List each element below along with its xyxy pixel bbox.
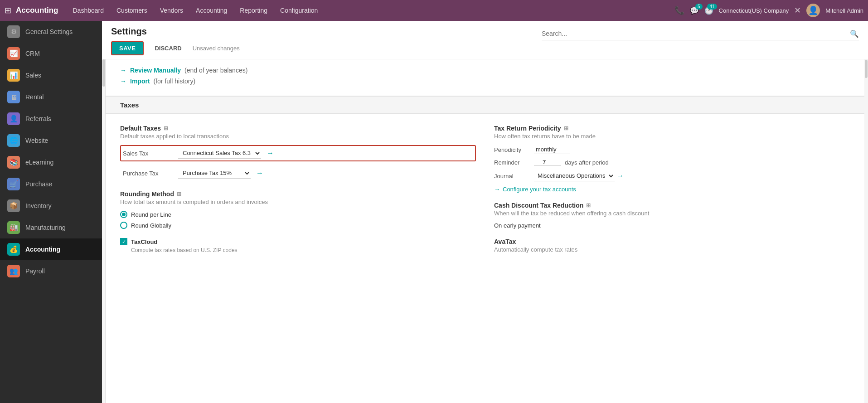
main-layout: ⚙ General Settings 📈 CRM 📊 Sales 🖥 Renta… <box>0 21 868 403</box>
radio-circle-round-globally <box>120 222 127 229</box>
crm-icon: 📈 <box>7 47 20 60</box>
cash-discount-title: Cash Discount Tax Reduction ⊞ <box>494 202 850 209</box>
reminder-suffix: days after period <box>565 159 609 166</box>
save-button[interactable]: SAVE <box>111 41 144 55</box>
avatax-group: AvaTax Automatically compute tax rates <box>494 238 850 253</box>
sidebar-label-elearning: eLearning <box>25 159 53 166</box>
sidebar-label-rental: Rental <box>25 93 44 101</box>
taxcloud-label: TaxCloud <box>131 238 157 245</box>
top-navigation: ⊞ Accounting Dashboard Customers Vendors… <box>0 0 868 21</box>
sidebar-item-inventory[interactable]: 📦 Inventory <box>0 195 102 217</box>
cash-discount-info-icon: ⊞ <box>586 202 591 209</box>
default-taxes-info-icon: ⊞ <box>164 125 168 131</box>
default-taxes-title: Default Taxes ⊞ <box>120 125 476 132</box>
sales-tax-arrow[interactable]: → <box>267 149 274 157</box>
configure-tax-link-text: Configure your tax accounts <box>503 186 576 193</box>
sidebar-item-manufacturing[interactable]: 🏭 Manufacturing <box>0 217 102 238</box>
sidebar-item-rental[interactable]: 🖥 Rental <box>0 86 102 108</box>
radio-round-per-line[interactable]: Round per Line <box>120 211 476 218</box>
referrals-icon: 👤 <box>7 112 20 125</box>
review-link-suffix: (end of year balances) <box>184 67 247 74</box>
sidebar-label-accounting: Accounting <box>25 246 60 253</box>
nav-dashboard[interactable]: Dashboard <box>68 5 110 16</box>
configure-tax-arrow-icon: → <box>494 186 500 193</box>
general-settings-icon: ⚙ <box>7 25 20 38</box>
nav-configuration[interactable]: Configuration <box>275 5 323 16</box>
sidebar-label-general-settings: General Settings <box>25 28 73 35</box>
chat-icon[interactable]: 💬 5 <box>690 6 699 15</box>
apps-icon[interactable]: ⊞ <box>5 5 11 15</box>
page-title: Settings <box>111 26 147 37</box>
toolbar: SAVE DISCARD Unsaved changes <box>111 41 859 55</box>
taxcloud-checkbox[interactable]: ✓ <box>120 238 127 245</box>
cash-discount-group: Cash Discount Tax Reduction ⊞ When will … <box>494 202 850 229</box>
right-scroll-thumb <box>865 60 868 78</box>
taxes-section-content: Default Taxes ⊞ Default taxes applied to… <box>106 114 864 269</box>
review-manually-link[interactable]: → Review Manually (end of year balances) <box>120 67 850 74</box>
purchase-tax-row: Purchase Tax Purchase Tax 15% → <box>120 165 476 181</box>
manufacturing-icon: 🏭 <box>7 221 20 234</box>
sidebar-item-sales[interactable]: 📊 Sales <box>0 64 102 86</box>
discard-button[interactable]: DISCARD <box>149 42 187 54</box>
sales-tax-label: Sales Tax <box>123 150 173 157</box>
sidebar-label-crm: CRM <box>25 50 40 57</box>
sales-tax-row: Sales Tax Connecticut Sales Tax 6.3 → <box>120 145 476 161</box>
import-link[interactable]: → Import (for full history) <box>120 78 850 85</box>
periodicity-info-icon: ⊞ <box>564 125 568 131</box>
activity-badge: 41 <box>707 4 717 10</box>
sidebar-item-accounting[interactable]: 💰 Accounting <box>0 238 102 260</box>
sidebar-item-general-settings[interactable]: ⚙ General Settings <box>0 21 102 43</box>
sidebar-item-crm[interactable]: 📈 CRM <box>0 43 102 64</box>
close-company-icon[interactable]: ✕ <box>794 5 801 15</box>
radio-label-round-globally: Round Globally <box>131 222 171 229</box>
website-icon: 🌐 <box>7 134 20 147</box>
activity-icon[interactable]: 🕐 41 <box>704 6 713 15</box>
default-taxes-desc: Default taxes applied to local transacti… <box>120 133 476 140</box>
sales-tax-select[interactable]: Connecticut Sales Tax 6.3 <box>178 148 261 159</box>
rental-icon: 🖥 <box>7 91 20 103</box>
sidebar-item-payroll[interactable]: 👥 Payroll <box>0 260 102 282</box>
purchase-icon: 🛒 <box>7 178 20 190</box>
sidebar-item-website[interactable]: 🌐 Website <box>0 130 102 151</box>
rounding-method-desc: How total tax amount is computed in orde… <box>120 199 476 205</box>
journal-select[interactable]: Miscellaneous Operations <box>534 170 615 181</box>
sidebar-label-inventory: Inventory <box>25 202 52 209</box>
tax-return-periodicity-title: Tax Return Periodicity ⊞ <box>494 125 850 132</box>
rounding-method-group: Rounding Method ⊞ How total tax amount i… <box>120 190 476 229</box>
avatax-title: AvaTax <box>494 238 850 245</box>
taxes-section-header: Taxes <box>106 96 864 114</box>
sidebar-item-referrals[interactable]: 👤 Referrals <box>0 108 102 130</box>
support-icon[interactable]: 📞 <box>674 5 684 15</box>
configure-tax-accounts-link[interactable]: → Configure your tax accounts <box>494 186 850 193</box>
cash-discount-desc: When will the tax be reduced when offeri… <box>494 210 850 217</box>
journal-label: Journal <box>494 173 530 180</box>
taxes-right-col: Tax Return Periodicity ⊞ How often tax r… <box>494 125 850 258</box>
sidebar-item-purchase[interactable]: 🛒 Purchase <box>0 173 102 195</box>
nav-reporting[interactable]: Reporting <box>234 5 273 16</box>
radio-round-globally[interactable]: Round Globally <box>120 222 476 229</box>
sidebar-label-manufacturing: Manufacturing <box>25 224 66 231</box>
settings-content: → Review Manually (end of year balances)… <box>102 59 868 403</box>
reminder-input[interactable] <box>534 159 561 166</box>
periodicity-label: Periodicity <box>494 146 530 153</box>
nav-accounting[interactable]: Accounting <box>190 5 233 16</box>
sidebar-item-elearning[interactable]: 📚 eLearning <box>0 151 102 173</box>
nav-vendors[interactable]: Vendors <box>155 5 189 16</box>
avatar[interactable]: 👤 <box>806 4 820 17</box>
import-link-suffix: (for full history) <box>154 78 196 85</box>
journal-arrow[interactable]: → <box>616 172 624 180</box>
search-input[interactable] <box>542 30 846 37</box>
sidebar-label-payroll: Payroll <box>25 267 45 275</box>
purchase-tax-select[interactable]: Purchase Tax 15% <box>178 168 251 179</box>
nav-customers[interactable]: Customers <box>111 5 153 16</box>
sales-icon: 📊 <box>7 69 20 82</box>
payroll-icon: 👥 <box>7 265 20 277</box>
reminder-field: Reminder days after period <box>494 159 850 166</box>
nav-links: Dashboard Customers Vendors Accounting R… <box>68 5 674 16</box>
sidebar-label-referrals: Referrals <box>25 115 51 122</box>
unsaved-label: Unsaved changes <box>193 45 240 52</box>
default-taxes-group: Default Taxes ⊞ Default taxes applied to… <box>120 125 476 181</box>
avatax-desc: Automatically compute tax rates <box>494 246 850 253</box>
chat-badge: 5 <box>695 4 703 10</box>
purchase-tax-arrow[interactable]: → <box>256 169 263 177</box>
